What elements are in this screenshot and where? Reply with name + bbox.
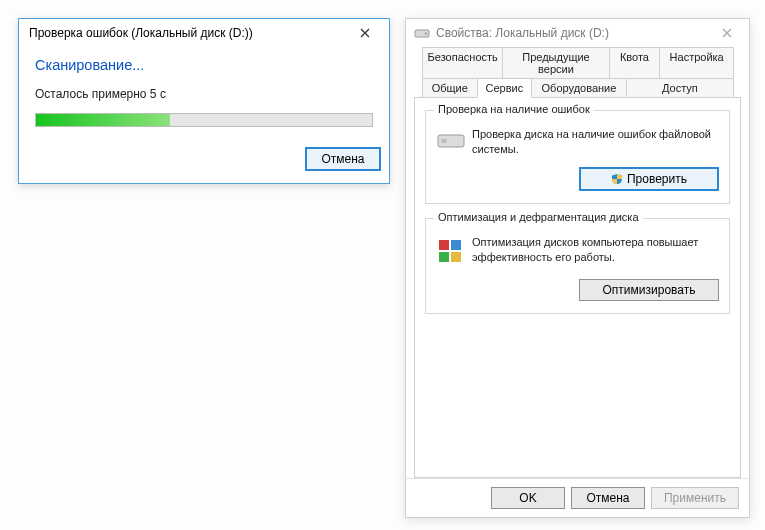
tab-quota[interactable]: Квота [609, 47, 661, 78]
tab-customize[interactable]: Настройка [659, 47, 734, 78]
defrag-icon [436, 235, 472, 269]
group-legend: Проверка на наличие ошибок [434, 103, 594, 115]
shield-icon [611, 173, 623, 185]
properties-titlebar[interactable]: Свойства: Локальный диск (D:) [406, 19, 749, 47]
svg-point-3 [441, 139, 447, 143]
drive-icon [414, 27, 430, 39]
tab-strip: Безопасность Предыдущие версии Квота Нас… [414, 47, 741, 98]
close-icon[interactable] [711, 26, 743, 41]
ok-button[interactable]: OK [491, 487, 565, 509]
progress-fill [36, 114, 170, 126]
dialog-body: Сканирование... Осталось примерно 5 с [19, 47, 389, 137]
close-icon[interactable] [345, 22, 385, 44]
svg-rect-4 [439, 240, 449, 250]
error-check-progress-dialog: Проверка ошибок (Локальный диск (D:)) Ск… [18, 18, 390, 184]
tab-previous-versions[interactable]: Предыдущие версии [502, 47, 609, 78]
drive-properties-window: Свойства: Локальный диск (D:) Безопаснос… [405, 18, 750, 518]
optimize-button[interactable]: Оптимизировать [579, 279, 719, 301]
cancel-button[interactable]: Отмена [305, 147, 381, 171]
tab-panel-tools: Проверка на наличие ошибок Проверка диск… [414, 97, 741, 478]
tab-sharing[interactable]: Доступ [626, 78, 734, 98]
check-button[interactable]: Проверить [579, 167, 719, 191]
group-legend: Оптимизация и дефрагментация диска [434, 211, 643, 223]
tab-general[interactable]: Общие [422, 78, 478, 98]
group-text: Проверка диска на наличие ошибок файлово… [472, 127, 719, 157]
dialog-title: Проверка ошибок (Локальный диск (D:)) [29, 26, 345, 40]
svg-rect-7 [451, 252, 461, 262]
scan-heading: Сканирование... [35, 57, 373, 73]
tab-security[interactable]: Безопасность [422, 47, 503, 78]
cancel-button[interactable]: Отмена [571, 487, 645, 509]
tab-hardware[interactable]: Оборудование [531, 78, 627, 98]
group-text: Оптимизация дисков компьютера повышает э… [472, 235, 719, 265]
apply-button[interactable]: Применить [651, 487, 739, 509]
svg-point-1 [425, 33, 427, 35]
time-remaining: Осталось примерно 5 с [35, 87, 373, 101]
group-optimize: Оптимизация и дефрагментация диска Оптим… [425, 218, 730, 314]
properties-title: Свойства: Локальный диск (D:) [436, 26, 711, 40]
drive-icon [436, 127, 472, 155]
svg-rect-6 [439, 252, 449, 262]
dialog-titlebar[interactable]: Проверка ошибок (Локальный диск (D:)) [19, 19, 389, 47]
progress-bar [35, 113, 373, 127]
properties-button-bar: OK Отмена Применить [406, 478, 749, 517]
group-error-checking: Проверка на наличие ошибок Проверка диск… [425, 110, 730, 204]
tab-tools[interactable]: Сервис [477, 78, 533, 98]
svg-rect-5 [451, 240, 461, 250]
